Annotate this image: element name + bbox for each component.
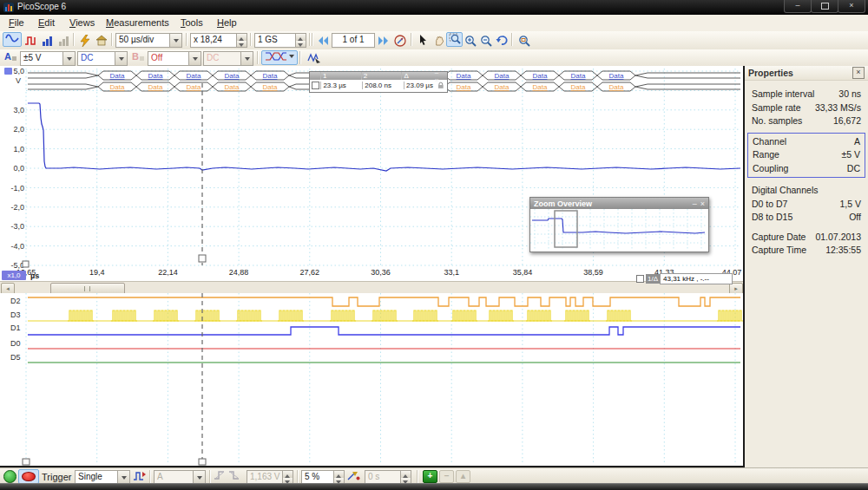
chevron-down-icon[interactable] [193, 471, 205, 484]
scope-view-button[interactable] [3, 32, 22, 47]
digital-graph[interactable]: D2 D3 D1 D0 D5 [0, 293, 743, 466]
property-row: Sample rate33,33 MS/s [745, 101, 868, 115]
digital-plot-background[interactable] [0, 293, 743, 466]
minimize-button[interactable]: – [784, 0, 812, 13]
decoder-bubble-label: Data [457, 83, 471, 91]
time-ruler-handle[interactable] [199, 255, 206, 262]
zoom-in-tool-button[interactable] [462, 32, 478, 49]
start-capture-button[interactable] [3, 470, 16, 483]
zoom-full-button[interactable] [516, 32, 533, 49]
falling-edge-button[interactable] [228, 470, 240, 480]
x-axis-unit: µs [30, 271, 39, 280]
rising-edge-button[interactable] [214, 470, 226, 480]
chevron-down-icon[interactable] [169, 34, 181, 47]
spin-buttons[interactable] [282, 471, 293, 484]
xy-view-button-disabled[interactable] [55, 32, 72, 49]
hand-icon [433, 35, 444, 46]
max-samples-spinner[interactable]: 1 GS [254, 33, 306, 48]
window-title: PicoScope 6 [17, 2, 66, 11]
property-row: D0 to D71,5 V [745, 198, 868, 212]
menu-measurements[interactable]: Measurements [102, 17, 173, 28]
timebase-select[interactable]: 50 µs/div [115, 33, 182, 48]
chevron-down-icon[interactable] [188, 52, 201, 65]
menu-edit[interactable]: Edit [35, 17, 58, 28]
menu-views[interactable]: Views [66, 17, 98, 28]
lock-icon[interactable] [437, 82, 444, 89]
buffer-navigator-button[interactable] [391, 32, 409, 49]
undo-zoom-button[interactable] [493, 32, 510, 49]
home-icon [95, 35, 108, 46]
time-ruler-handle-parked[interactable] [23, 261, 29, 267]
zoom-out-tool-button[interactable] [477, 32, 494, 49]
delete-measurement-button[interactable]: ▴ [456, 470, 470, 483]
restore-button[interactable] [811, 0, 838, 13]
horizontal-scrollbar[interactable]: ◂ ▸ [0, 281, 743, 294]
ruler-checkbox[interactable] [312, 82, 319, 89]
time-ruler-handle-digital[interactable] [199, 459, 206, 465]
buffer-page-box[interactable]: 1 of 1 [332, 33, 375, 48]
frequency-checkbox[interactable] [636, 275, 644, 283]
channel-b-coupling-select[interactable]: DC [203, 51, 253, 66]
stop-capture-button[interactable] [18, 469, 39, 484]
chevron-down-icon[interactable] [117, 471, 129, 484]
chevron-down-icon[interactable] [289, 55, 294, 64]
zoom-in-icon [464, 35, 477, 47]
stop-icon [22, 472, 36, 481]
y-tick-label: -1,0 [10, 184, 24, 193]
titlebar[interactable]: PicoScope 6 – × [0, 0, 868, 15]
decoder-bubble-label: Data [571, 72, 586, 80]
time-ruler-handle-digital-parked[interactable] [23, 459, 30, 465]
next-buffer-button[interactable] [375, 32, 391, 49]
spin-buttons[interactable] [400, 471, 411, 484]
separator [186, 33, 187, 46]
channel-a-axis-badge[interactable] [4, 68, 12, 75]
trigger-source-value: A [155, 471, 193, 484]
ruler-value-1: 23.3 µs [320, 82, 362, 89]
spin-buttons[interactable] [236, 34, 247, 47]
zoom-overview-minimize-button[interactable]: – [693, 199, 697, 208]
close-button[interactable]: × [838, 0, 865, 13]
zoom-marquee-icon [449, 33, 461, 45]
channel-b-range-select[interactable]: Off [148, 51, 201, 66]
zoom-overview-titlebar[interactable]: Zoom Overview – × [530, 198, 708, 209]
home-settings-button[interactable] [93, 32, 110, 49]
spin-buttons[interactable] [333, 471, 344, 484]
separator [309, 33, 310, 46]
zoom-factor-spinner[interactable]: x 18,24 [190, 33, 247, 48]
persistence-view-button[interactable] [38, 32, 56, 49]
decoder-bubble-label: Data [148, 72, 163, 80]
ruler-legend-box[interactable]: 1 2 Δ –× 23.3 µs 208.0 ns 23.09 µs [309, 71, 448, 93]
ruler-minimize-button[interactable]: – [435, 69, 440, 76]
menu-file[interactable]: File [5, 17, 28, 28]
decoder-bubble-label: Data [495, 72, 510, 80]
trigger-marker-button[interactable] [347, 470, 360, 481]
pan-tool-button[interactable] [431, 32, 447, 49]
chevron-down-icon[interactable] [240, 52, 253, 65]
zoom-overview-window[interactable]: Zoom Overview – × [529, 197, 709, 252]
connect-device-button[interactable] [76, 32, 94, 49]
chevron-down-icon[interactable] [115, 52, 127, 65]
channel-a-coupling-select[interactable]: DC [77, 51, 128, 66]
zoom-overview-plot[interactable] [530, 209, 707, 250]
advanced-trigger-button[interactable] [133, 470, 146, 481]
add-measurement-button[interactable]: + [423, 470, 437, 483]
properties-close-button[interactable]: × [852, 67, 865, 79]
pointer-tool-button[interactable] [415, 32, 431, 49]
digital-channels-button[interactable] [261, 50, 298, 65]
digital-channel-label: D0 [10, 339, 21, 348]
spin-buttons[interactable] [295, 34, 306, 47]
edit-measurement-button[interactable]: – [439, 470, 454, 483]
menu-help[interactable]: Help [214, 17, 240, 28]
digital-channel-label: D1 [10, 323, 21, 332]
ruler-legend-header[interactable]: 1 2 Δ –× [310, 72, 447, 80]
chevron-down-icon[interactable] [62, 52, 75, 65]
decoder-bubble-label: Data [148, 83, 163, 91]
previous-buffer-button[interactable] [315, 32, 332, 49]
zoom-overview-close-button[interactable]: × [700, 199, 705, 208]
channel-a-range-select[interactable]: ±5 V [20, 51, 76, 66]
digital-channel-label: D5 [10, 353, 21, 362]
spectrum-view-button[interactable] [22, 32, 39, 49]
menu-tools[interactable]: Tools [177, 17, 207, 28]
zoom-marquee-tool-button[interactable] [446, 32, 463, 47]
signal-generator-button[interactable] [304, 50, 325, 67]
